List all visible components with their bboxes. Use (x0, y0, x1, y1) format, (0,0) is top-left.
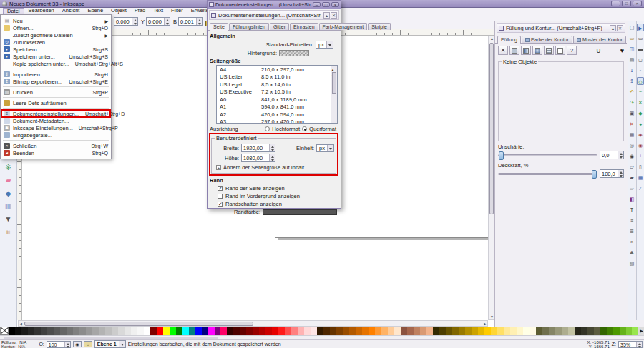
page-size-list[interactable]: A4210,0 x 297,0 mmUS Letter8,5 x 11,0 in… (216, 65, 338, 124)
palette-swatch[interactable] (394, 327, 401, 335)
palette-swatch[interactable] (349, 327, 356, 335)
list-scroll-up[interactable]: ▲ (331, 68, 334, 71)
file-menu-item-schliessen[interactable]: ×SchließenStrg+W (1, 142, 110, 149)
file-menu-item-eingabegeraete[interactable]: Eingabegeräte... (1, 131, 110, 139)
new-document-icon[interactable]: ▢ (628, 24, 635, 31)
palette-swatch[interactable] (47, 327, 54, 335)
tool-field-x-spinbox[interactable]: 0,000 (114, 17, 138, 26)
fill-type-flat-button[interactable] (509, 46, 519, 55)
palette-swatch[interactable] (67, 327, 73, 335)
palette-swatch[interactable] (620, 327, 626, 335)
vertical-scrollbar-thumb[interactable] (489, 43, 494, 214)
palette-swatch[interactable] (356, 327, 362, 335)
palette-swatch[interactable] (54, 327, 60, 335)
snap-smooth-node-icon[interactable]: ● (637, 120, 644, 128)
palette-swatch[interactable] (420, 327, 426, 335)
palette-swatch[interactable] (182, 327, 189, 335)
dropper-tool-icon[interactable]: ▼ (2, 214, 14, 224)
chevron-down-icon[interactable] (326, 41, 333, 48)
fill-type-swatch-button[interactable] (555, 46, 565, 55)
snap-rotation-center-icon[interactable]: + (637, 152, 644, 160)
file-menu-item-beenden[interactable]: ◂BeendenStrg+Q (1, 149, 110, 156)
palette-swatch[interactable] (472, 327, 478, 335)
file-menu-item-kopie-speichern-unter[interactable]: Kopie speichern unter...Umschalt+Strg+Al… (1, 60, 110, 67)
fill-rule-icon-1[interactable]: ♥ (620, 47, 624, 54)
palette-swatch[interactable] (28, 327, 34, 335)
palette-swatch[interactable] (362, 327, 369, 335)
palette-swatch[interactable] (170, 327, 176, 335)
palette-swatch[interactable] (233, 327, 240, 335)
export-bitmap-icon[interactable]: ↥ (628, 77, 635, 85)
scroll-left-arrow[interactable]: ◀ (19, 322, 22, 327)
palette-swatch[interactable] (426, 327, 433, 335)
opacity-slider-thumb[interactable] (592, 170, 597, 179)
menu-objekt[interactable]: Objekt (107, 8, 130, 14)
copy-icon[interactable]: ▣ (628, 109, 635, 117)
fill-stroke-dock-button[interactable]: ▴ (610, 25, 616, 31)
vertical-scrollbar[interactable]: ▲ ▼ (488, 36, 494, 320)
palette-swatch[interactable] (272, 327, 278, 335)
palette-swatch[interactable] (607, 327, 613, 335)
page-size-row-a4[interactable]: A4210,0 x 297,0 mm (217, 66, 337, 74)
snap-bbox-edge-icon[interactable]: ▬ (637, 45, 644, 53)
checkbox-icon[interactable] (218, 194, 223, 199)
undo-icon[interactable]: ↶ (628, 88, 635, 96)
palette-swatch[interactable] (523, 327, 530, 335)
palette-swatch[interactable] (330, 327, 336, 335)
palette-swatch[interactable] (246, 327, 253, 335)
palette-swatch[interactable] (336, 327, 343, 335)
palette-swatch[interactable] (530, 327, 536, 335)
opacity-spin-arrows[interactable] (618, 170, 623, 177)
palette-swatch[interactable] (317, 327, 323, 335)
save-document-icon[interactable]: ◫ (628, 45, 635, 53)
palette-swatch[interactable] (208, 327, 215, 335)
page-size-row-us-legal[interactable]: US Legal8,5 x 14,0 in (217, 81, 337, 89)
inkscape-preferences-icon[interactable]: ✱ (628, 249, 635, 257)
dialog-close-button[interactable]: × (331, 2, 339, 7)
layer-visibility-icon[interactable]: ◉ (73, 341, 82, 347)
palette-swatch[interactable] (452, 327, 459, 335)
palette-swatch[interactable] (92, 327, 99, 335)
palette-swatch[interactable] (112, 327, 118, 335)
snap-nodes-icon[interactable]: ◇ (637, 77, 644, 85)
file-menu-item-zuletzt-geoeffnete-dateien[interactable]: Zuletzt geöffnete Dateien▶ (1, 31, 110, 39)
file-menu-item-dokument-metadaten[interactable]: Dokument-Metadaten... (1, 117, 110, 124)
palette-swatch[interactable] (291, 327, 298, 335)
dialog-maximize-button[interactable]: □ (322, 2, 330, 7)
palette-swatch[interactable] (157, 327, 163, 335)
palette-swatch[interactable] (369, 327, 375, 335)
snap-guides-icon[interactable]: ∕ (637, 184, 644, 192)
dialog-tab-farb-management[interactable]: Farb-Management (319, 23, 368, 30)
border-check-rand-im-vordergrund-anzeigen[interactable]: Rand im Vordergrund anzeigen (218, 193, 339, 199)
palette-swatch[interactable] (549, 327, 555, 335)
window-close-button[interactable]: × (633, 1, 642, 6)
file-menu-item-leere-defs-aufraeumen[interactable]: Leere Defs aufräumen (1, 99, 110, 106)
blur-spin-arrows[interactable] (618, 151, 623, 159)
palette-swatch[interactable] (542, 327, 549, 335)
duplicate-icon[interactable]: ▱ (628, 163, 635, 171)
palette-swatch[interactable] (220, 327, 227, 335)
palette-swatch[interactable] (504, 327, 510, 335)
dialog-minimize-button[interactable]: – (313, 2, 321, 7)
palette-swatch[interactable] (401, 327, 407, 335)
palette-swatch[interactable] (278, 327, 285, 335)
palette-swatch[interactable] (407, 327, 414, 335)
palette-swatch[interactable] (41, 327, 47, 335)
palette-swatch[interactable] (536, 327, 542, 335)
snap-bbox-center-icon[interactable]: ◦ (637, 66, 644, 74)
unit-select[interactable]: px (316, 144, 334, 152)
scroll-down-arrow[interactable]: ▼ (490, 314, 494, 319)
width-spin-arrows[interactable] (269, 144, 275, 151)
tweak-tool-icon[interactable]: ※ (2, 163, 14, 172)
palette-swatch[interactable] (73, 327, 79, 335)
portrait-radio[interactable] (265, 126, 270, 131)
dialog-panel-close-button[interactable]: ✕ (331, 12, 337, 19)
current-layer-select[interactable]: Ebene 1 (94, 340, 126, 348)
file-menu-item-importieren[interactable]: ↧Importieren...Strg+I (1, 71, 110, 78)
chevron-down-icon[interactable] (119, 341, 125, 347)
file-menu-item-bitmap-exportieren[interactable]: ↥Bitmap exportieren...Umschalt+Strg+E (1, 78, 110, 85)
snap-page-border-icon[interactable]: ▯ (637, 163, 644, 171)
spin-arrows[interactable] (196, 18, 202, 25)
checkbox-icon[interactable]: ✓ (218, 202, 223, 207)
palette-swatch[interactable] (626, 327, 633, 335)
